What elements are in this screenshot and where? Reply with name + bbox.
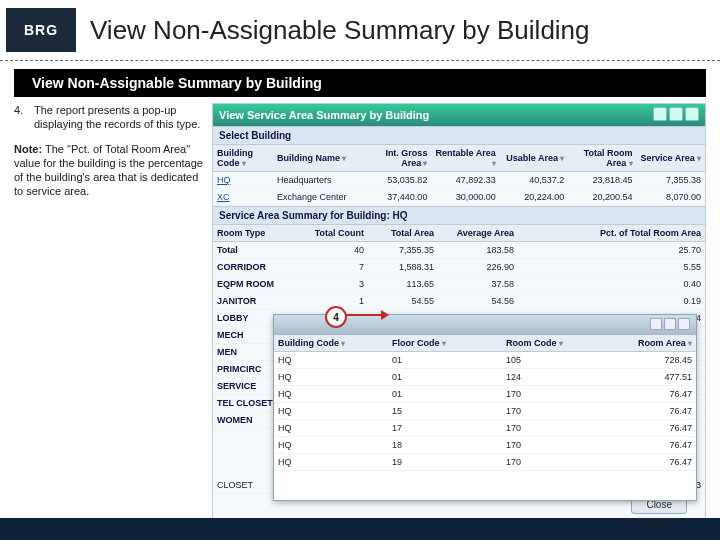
section-heading: View Non-Assignable Summary by Building <box>14 69 706 97</box>
callout-arrow <box>343 314 383 316</box>
note-block: Note: The "Pct. of Total Room Area" valu… <box>14 142 204 199</box>
col-rentable[interactable]: Rentable Area <box>431 145 499 172</box>
col-usable[interactable]: Usable Area <box>500 145 568 172</box>
table-row: Total407,355.35183.5825.70 <box>213 242 705 259</box>
table-row[interactable]: HQ1517076.47 <box>274 403 696 420</box>
table-row: EQPM ROOM3113.6537.580.40 <box>213 276 705 293</box>
col-total-area[interactable]: Total Area <box>368 225 438 242</box>
expand-icon[interactable] <box>669 107 683 121</box>
pcol-fl[interactable]: Floor Code <box>388 335 502 352</box>
window-titlebar: View Service Area Summary by Building <box>213 104 705 126</box>
table-row[interactable]: XCExchange Center37,440.0030,000.0020,22… <box>213 189 705 206</box>
window-controls <box>651 107 699 123</box>
table-row[interactable]: HQ1917076.47 <box>274 454 696 471</box>
popup-table: Building Code Floor Code Room Code Room … <box>274 335 696 471</box>
select-building-bar: Select Building <box>213 126 705 145</box>
table-row[interactable]: HQ01124477.51 <box>274 369 696 386</box>
slide-title: View Non-Assignable Summary by Building <box>90 15 590 46</box>
col-pct[interactable]: Pct. of Total Room Area <box>518 225 705 242</box>
logo-text: BRG <box>24 22 58 38</box>
col-bl-name[interactable]: Building Name <box>273 145 363 172</box>
header: BRG View Non-Assignable Summary by Build… <box>0 0 720 61</box>
building-table: Building Code Building Name Int. Gross A… <box>213 145 705 206</box>
table-row[interactable]: HQ0117076.47 <box>274 386 696 403</box>
col-total-count[interactable]: Total Count <box>298 225 368 242</box>
col-bl-code[interactable]: Building Code <box>213 145 273 172</box>
callout-badge-4: 4 <box>325 306 347 328</box>
summary-bar: Service Area Summary for Building: HQ <box>213 206 705 225</box>
col-room-type[interactable]: Room Type <box>213 225 298 242</box>
table-row: CORRIDOR71,588.31226.905.55 <box>213 259 705 276</box>
popup-close-icon[interactable] <box>678 318 690 330</box>
col-total-room[interactable]: Total Room Area <box>568 145 636 172</box>
brg-logo: BRG <box>6 8 76 52</box>
popup-min-icon[interactable] <box>650 318 662 330</box>
table-row: JANITOR154.5554.560.19 <box>213 293 705 310</box>
refresh-icon[interactable] <box>653 107 667 121</box>
table-row[interactable]: HQ01105728.45 <box>274 352 696 369</box>
slide-footer <box>0 518 720 540</box>
note-label: Note: <box>14 143 42 155</box>
table-row[interactable]: HQHeadquarters53,035.8247,892.3340,537.2… <box>213 172 705 189</box>
report-screenshot: View Service Area Summary by Building Se… <box>212 103 706 525</box>
pcol-bl[interactable]: Building Code <box>274 335 388 352</box>
step-4: 4. The report presents a pop-up displayi… <box>14 103 204 132</box>
table-row[interactable]: HQ1717076.47 <box>274 420 696 437</box>
gear-icon[interactable] <box>685 107 699 121</box>
window-title: View Service Area Summary by Building <box>219 109 429 121</box>
popup-max-icon[interactable] <box>664 318 676 330</box>
col-avg-area[interactable]: Average Area <box>438 225 518 242</box>
col-int-gross[interactable]: Int. Gross Area <box>363 145 431 172</box>
pcol-rm[interactable]: Room Code <box>502 335 616 352</box>
instructions-column: 4. The report presents a pop-up displayi… <box>14 103 204 525</box>
popup-controls <box>648 318 690 332</box>
pcol-area[interactable]: Room Area <box>616 335 696 352</box>
note-text: The "Pct. of Total Room Area" value for … <box>14 143 203 198</box>
step-text: The report presents a pop-up displaying … <box>34 103 204 132</box>
detail-popup: Building Code Floor Code Room Code Room … <box>273 314 697 501</box>
col-service[interactable]: Service Area <box>637 145 705 172</box>
table-row[interactable]: HQ1817076.47 <box>274 437 696 454</box>
step-number: 4. <box>14 103 28 132</box>
